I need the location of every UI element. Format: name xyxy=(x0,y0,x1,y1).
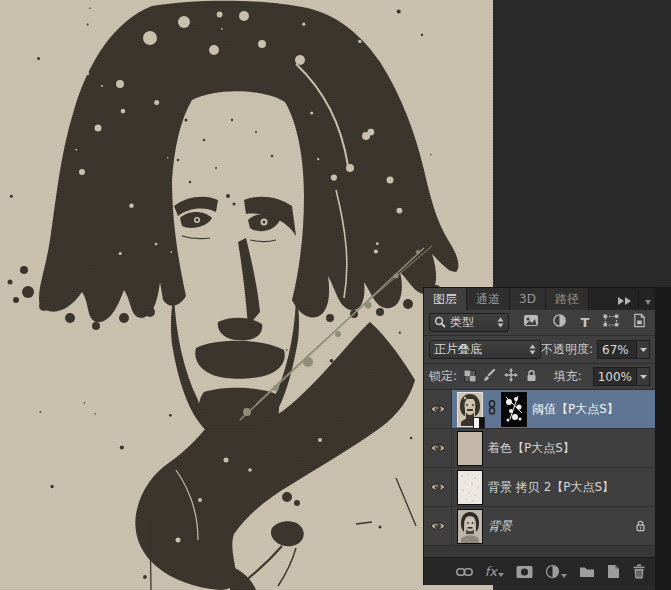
filter-type-label: 类型 xyxy=(450,314,493,331)
lock-transparent-pixels-icon[interactable] xyxy=(464,367,476,386)
layer-thumbnail[interactable] xyxy=(457,509,483,544)
tab-bar-rest xyxy=(589,288,655,310)
fx-label: fx xyxy=(485,565,497,578)
layer-name[interactable]: 阈值【P大点S】 xyxy=(532,401,655,418)
dock-edge-strip xyxy=(655,287,671,590)
layer-row-color[interactable]: 着色【P大点S】 xyxy=(424,429,655,468)
layer-row-background[interactable]: 背景 xyxy=(424,507,655,546)
blend-mode-bar: 正片叠底 不透明度: 67% xyxy=(424,336,655,364)
fill-dropdown-arrow[interactable] xyxy=(636,368,649,385)
photoshop-window: 图层 通道 3D 路径 类型 xyxy=(0,0,671,590)
tab-paths[interactable]: 路径 xyxy=(546,288,589,310)
search-icon xyxy=(434,313,446,332)
layer-thumbnail[interactable] xyxy=(457,431,483,466)
lock-bar: 锁定: 填充: 100% xyxy=(424,364,655,390)
layer-thumbnail[interactable] xyxy=(457,470,483,505)
tab-layers[interactable]: 图层 xyxy=(424,288,467,310)
portrait-artwork xyxy=(0,0,493,590)
threshold-adjustment-badge xyxy=(473,417,485,429)
blend-mode-value: 正片叠底 xyxy=(434,341,525,358)
layer-filter-bar: 类型 T xyxy=(424,310,655,336)
background-lock-icon xyxy=(635,517,646,536)
lock-position-icon[interactable] xyxy=(504,367,518,386)
adjustment-layer-filter-icon[interactable] xyxy=(552,313,567,332)
new-group-button[interactable] xyxy=(579,565,595,578)
smart-object-filter-icon[interactable] xyxy=(632,313,647,332)
layer-name[interactable]: 背景 xyxy=(488,518,630,535)
new-adjustment-layer-button[interactable] xyxy=(545,564,567,579)
panel-menu-icon[interactable] xyxy=(645,290,651,309)
layer-row-threshold[interactable]: 阈值【P大点S】 xyxy=(424,390,655,429)
link-layers-button[interactable] xyxy=(456,565,473,579)
lock-all-icon[interactable] xyxy=(525,367,538,386)
delete-layer-button[interactable] xyxy=(632,564,646,579)
add-layer-mask-button[interactable] xyxy=(516,565,533,579)
tab-3d[interactable]: 3D xyxy=(510,288,546,310)
fill-field[interactable]: 100% xyxy=(593,367,650,386)
collapse-panel-icon[interactable] xyxy=(617,290,632,309)
opacity-field[interactable]: 67% xyxy=(597,340,650,359)
updown-arrows-icon xyxy=(497,313,504,332)
opacity-value[interactable]: 67% xyxy=(598,343,636,357)
layer-mask-link-icon[interactable] xyxy=(488,400,496,419)
tab-channels[interactable]: 通道 xyxy=(467,288,510,310)
tab-bar-divider xyxy=(638,291,639,307)
fill-label: 填充: xyxy=(554,368,582,385)
document-canvas[interactable] xyxy=(0,0,493,590)
pixel-layer-filter-icon[interactable] xyxy=(523,313,539,332)
opacity-dropdown-arrow[interactable] xyxy=(636,341,649,358)
lock-label: 锁定: xyxy=(429,368,457,385)
visibility-cell[interactable] xyxy=(424,468,452,506)
new-layer-button[interactable] xyxy=(607,564,620,579)
panel-tab-bar: 图层 通道 3D 路径 xyxy=(424,288,655,310)
opacity-label: 不透明度: xyxy=(541,341,593,358)
layer-row-background-copy[interactable]: 背景 拷贝 2【P大点S】 xyxy=(424,468,655,507)
shape-layer-filter-icon[interactable] xyxy=(603,313,619,332)
layer-list: 阈值【P大点S】 着色【P大点S】 xyxy=(424,390,655,557)
visibility-cell[interactable] xyxy=(424,429,452,467)
visibility-cell[interactable] xyxy=(424,390,452,428)
lock-image-pixels-icon[interactable] xyxy=(483,367,497,386)
layer-name[interactable]: 着色【P大点S】 xyxy=(488,440,655,457)
layer-name[interactable]: 背景 拷贝 2【P大点S】 xyxy=(488,479,655,496)
layer-thumbnail[interactable] xyxy=(457,392,483,427)
visibility-cell[interactable] xyxy=(424,507,452,545)
eye-icon xyxy=(430,442,446,454)
type-layer-filter-icon[interactable]: T xyxy=(581,316,590,329)
blend-mode-dropdown[interactable]: 正片叠底 xyxy=(429,340,541,359)
fill-value[interactable]: 100% xyxy=(594,370,636,384)
layer-style-fx-button[interactable]: fx xyxy=(485,565,504,578)
layers-panel: 图层 通道 3D 路径 类型 xyxy=(423,287,655,585)
eye-icon xyxy=(430,520,446,532)
eye-icon xyxy=(430,481,446,493)
layers-panel-footer: fx xyxy=(424,557,655,585)
filter-type-dropdown[interactable]: 类型 xyxy=(429,313,509,332)
filter-icon-group: T xyxy=(513,313,650,332)
layer-mask-thumbnail[interactable] xyxy=(501,392,527,427)
eye-icon xyxy=(430,403,446,415)
updown-arrows-icon xyxy=(529,340,536,359)
